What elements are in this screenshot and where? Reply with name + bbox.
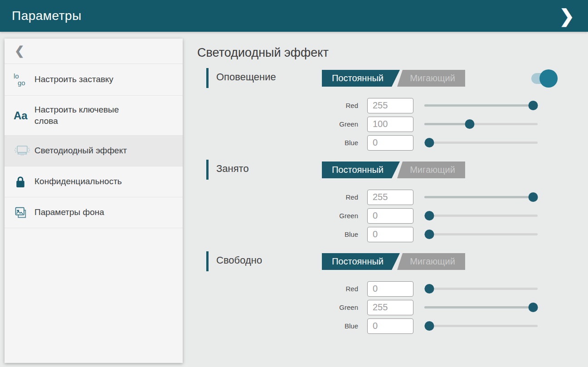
red-slider[interactable] xyxy=(424,189,538,205)
slider-thumb[interactable] xyxy=(528,192,538,202)
section-accent-bar xyxy=(206,251,209,271)
sidebar-item-label: Параметры фона xyxy=(34,207,104,218)
section-busy: Занято Постоянный Мигающий Red Green Blu… xyxy=(206,159,564,243)
channel-label: Blue xyxy=(206,139,367,147)
red-slider[interactable] xyxy=(424,98,538,113)
switch-thumb xyxy=(539,69,558,88)
slider-thumb[interactable] xyxy=(528,101,538,110)
section-label: Оповещение xyxy=(216,71,276,83)
green-slider[interactable] xyxy=(424,208,538,224)
page-title: Параметры xyxy=(12,9,82,23)
sidebar-item-screensaver[interactable]: lo go Настроить заставку xyxy=(5,64,183,96)
section-free: Свободно Постоянный Мигающий Red Green B… xyxy=(206,250,564,335)
mode-blinking-button[interactable]: Мигающий xyxy=(394,161,465,178)
red-value-input[interactable] xyxy=(367,190,413,205)
slider-thumb[interactable] xyxy=(424,321,434,331)
sidebar-item-led-effect[interactable]: Светодиодный эффект xyxy=(5,136,183,166)
mode-toggle: Постоянный Мигающий xyxy=(322,161,465,178)
green-slider[interactable] xyxy=(424,299,538,315)
sidebar-back-button[interactable]: ❮ xyxy=(5,39,183,64)
sidebar-item-background[interactable]: Параметры фона xyxy=(5,197,183,228)
led-display-icon xyxy=(14,144,34,158)
channel-row-red: Red xyxy=(206,98,551,113)
blue-value-input[interactable] xyxy=(367,135,413,151)
slider-track xyxy=(424,142,538,144)
forward-chevron-icon[interactable]: ❯ xyxy=(557,0,576,32)
blue-slider[interactable] xyxy=(424,135,538,151)
slider-thumb[interactable] xyxy=(424,230,434,239)
section-label: Свободно xyxy=(216,254,262,266)
blue-slider[interactable] xyxy=(424,226,538,242)
keywords-icon: Aa xyxy=(14,109,34,122)
red-value-input[interactable] xyxy=(367,281,413,297)
mode-blinking-button[interactable]: Мигающий xyxy=(394,253,465,270)
sidebar-item-label: Светодиодный эффект xyxy=(34,145,127,157)
section-notification: Оповещение Постоянный Мигающий Red Green xyxy=(206,67,564,152)
mode-blinking-button[interactable]: Мигающий xyxy=(394,70,465,87)
app-bar: Параметры ❯ xyxy=(0,0,588,32)
red-value-input[interactable] xyxy=(367,98,413,113)
green-slider[interactable] xyxy=(424,116,538,132)
channel-row-blue: Blue xyxy=(206,318,551,334)
slider-fill xyxy=(424,104,533,107)
slider-thumb[interactable] xyxy=(424,284,434,294)
section-accent-bar xyxy=(206,160,209,180)
sidebar-item-label: Конфиденциальность xyxy=(34,176,122,187)
channel-row-green: Green xyxy=(206,116,551,132)
channel-row-blue: Blue xyxy=(206,135,551,151)
channel-row-blue: Blue xyxy=(206,226,551,242)
slider-track xyxy=(424,325,538,327)
sidebar-item-label: Настроить ключевые слова xyxy=(34,104,141,127)
sidebar-item-label: Настроить заставку xyxy=(34,74,113,85)
channel-label: Red xyxy=(206,285,367,293)
power-switch-toggle[interactable] xyxy=(531,73,552,84)
sidebar-item-privacy[interactable]: Конфиденциальность xyxy=(5,166,183,197)
section-accent-bar xyxy=(206,68,209,88)
red-slider[interactable] xyxy=(424,281,538,297)
mode-constant-button[interactable]: Постоянный xyxy=(322,161,400,178)
slider-track xyxy=(424,233,538,235)
logo-placeholder-icon: lo go xyxy=(14,73,34,86)
blue-value-input[interactable] xyxy=(367,227,413,242)
green-value-input[interactable] xyxy=(367,300,413,315)
slider-thumb[interactable] xyxy=(528,303,538,312)
green-value-input[interactable] xyxy=(367,117,413,132)
slider-track xyxy=(424,215,538,217)
blue-value-input[interactable] xyxy=(367,318,413,334)
blue-slider[interactable] xyxy=(424,318,538,334)
green-value-input[interactable] xyxy=(367,208,413,224)
channel-label: Red xyxy=(206,193,367,201)
slider-thumb[interactable] xyxy=(465,119,475,129)
slider-track xyxy=(424,288,538,290)
content-title: Светодиодный эффект xyxy=(197,46,329,60)
channel-row-green: Green xyxy=(206,208,551,224)
channel-label: Green xyxy=(206,303,367,311)
channel-row-red: Red xyxy=(206,189,551,205)
back-chevron-icon: ❮ xyxy=(15,44,24,58)
channel-row-green: Green xyxy=(206,299,551,315)
sidebar-item-keywords[interactable]: Aa Настроить ключевые слова xyxy=(5,96,183,136)
channel-row-red: Red xyxy=(206,281,551,297)
mode-constant-button[interactable]: Постоянный xyxy=(322,253,400,270)
lock-icon xyxy=(14,175,34,189)
settings-sidebar: ❮ lo go Настроить заставку Aa Настроить … xyxy=(5,39,183,363)
slider-fill xyxy=(424,123,470,125)
channel-label: Red xyxy=(206,102,367,109)
background-images-icon xyxy=(14,206,34,220)
channel-label: Blue xyxy=(206,230,367,238)
channel-label: Blue xyxy=(206,322,367,330)
section-label: Занято xyxy=(216,163,249,175)
slider-fill xyxy=(424,306,533,308)
slider-thumb[interactable] xyxy=(424,138,434,147)
channel-label: Green xyxy=(206,120,367,128)
mode-toggle: Постоянный Мигающий xyxy=(322,70,465,87)
mode-constant-button[interactable]: Постоянный xyxy=(322,70,400,87)
channel-label: Green xyxy=(206,212,367,220)
mode-toggle: Постоянный Мигающий xyxy=(322,253,465,270)
slider-fill xyxy=(424,196,533,198)
slider-thumb[interactable] xyxy=(424,211,434,220)
